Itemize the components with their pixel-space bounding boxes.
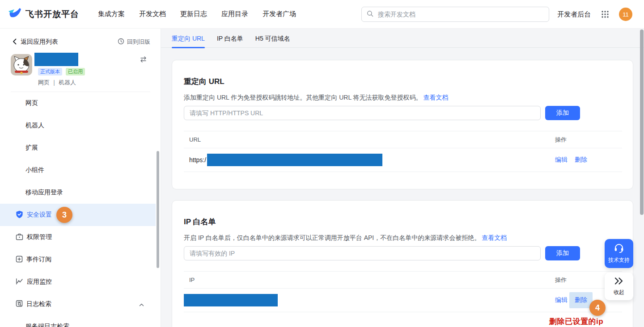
delete-ip-link[interactable]: 删除 (575, 296, 587, 303)
delete-ip-highlight: 删除 (569, 292, 593, 308)
sidebar-scrollbar[interactable] (157, 151, 159, 268)
redirect-add-button[interactable]: 添加 (545, 106, 580, 120)
tab-redirect-url[interactable]: 重定向 URL (172, 29, 205, 47)
ip-whitelist-card: IP 白名单 开启 IP 白名单后，仅白名单中的来源请求可以正常调用开放平台 A… (172, 200, 633, 327)
back-to-legacy[interactable]: 回到旧版 (118, 38, 150, 46)
redirect-doc-link[interactable]: 查看文档 (424, 94, 449, 101)
top-nav: 集成方案 开发文档 更新日志 应用目录 开发者广场 (98, 10, 296, 18)
redirect-url-input[interactable] (184, 106, 541, 120)
redirect-card-description: 添加重定向 URL 作为免登授权码跳转地址。其他重定向 URL 将无法获取免登授… (184, 94, 449, 102)
nav-item-docs[interactable]: 开发文档 (139, 10, 166, 18)
sidebar-item-permissions[interactable]: 权限管理 (0, 226, 156, 248)
app-icon (11, 54, 32, 75)
tab-bar: 重定向 URL IP 白名单 H5 可信域名 (161, 29, 644, 48)
brand[interactable]: 飞书开放平台 (8, 7, 79, 21)
sidebar-item-widget[interactable]: 小组件 (0, 159, 156, 181)
sidebar-item-app-monitoring[interactable]: 应用监控 (0, 271, 156, 293)
action-column-header: 操作 (555, 136, 622, 144)
nav-item-changelog[interactable]: 更新日志 (180, 10, 207, 18)
delete-url-link[interactable]: 删除 (575, 156, 587, 164)
annotation-step-3: 3 (56, 207, 72, 223)
redirect-card-title: 重定向 URL (184, 76, 225, 87)
chevron-left-icon (13, 38, 17, 46)
sidebar-item-mobile-login[interactable]: 移动应用登录 (0, 181, 156, 204)
sidebar-item-webapp[interactable]: 网页 (0, 92, 156, 114)
ip-column-header: IP (184, 277, 555, 283)
sidebar-menu: 网页 机器人 扩展 小组件 移动应用登录 安全设置 (0, 92, 156, 327)
brand-title: 飞书开放平台 (25, 8, 79, 20)
swap-arrows-icon[interactable] (140, 56, 147, 64)
ip-redaction (184, 294, 278, 306)
version-badge: 正式版本 (38, 68, 62, 75)
table-row: 编辑 删除 (184, 289, 622, 312)
tab-ip-whitelist[interactable]: IP 白名单 (217, 29, 243, 47)
ip-card-description: 开启 IP 白名单后，仅白名单中的来源请求可以正常调用开放平台 API，不在白名… (184, 234, 507, 242)
url-redaction (207, 154, 382, 166)
annotation-step-4: 4 (589, 300, 606, 316)
back-to-app-list[interactable]: 返回应用列表 (13, 38, 58, 46)
app-name-redaction (34, 53, 78, 66)
event-subscribe-icon (16, 256, 23, 264)
app-summary-card: 正式版本 已启用 网页 ｜ 机器人 (0, 51, 161, 92)
sidebar-item-event-subscription[interactable]: 事件订阅 (0, 248, 156, 271)
sidebar-item-server-log-search[interactable]: 服务端日志检索 (0, 315, 156, 327)
status-badge: 已启用 (66, 68, 85, 75)
sidebar-item-log-search[interactable]: 日志检索 (0, 293, 156, 315)
sidebar: 返回应用列表 回到旧版 (0, 29, 161, 327)
ip-input[interactable] (184, 246, 541, 260)
ip-card-title: IP 白名单 (184, 217, 216, 227)
sidebar-item-bot[interactable]: 机器人 (0, 114, 156, 137)
sidebar-item-security-settings[interactable]: 安全设置 (0, 204, 156, 226)
app-capabilities: 网页 ｜ 机器人 (38, 79, 76, 87)
tech-support-button[interactable]: 技术支持 (605, 239, 633, 268)
url-prefix: https:/ (189, 156, 206, 164)
ip-add-button[interactable]: 添加 (545, 246, 580, 260)
monitor-chart-icon (16, 278, 23, 286)
apps-grid-icon[interactable] (601, 10, 609, 18)
search-icon (367, 10, 373, 18)
redirect-url-table: URL 操作 https:/ 编辑 删除 (184, 131, 622, 172)
shield-check-icon (16, 210, 23, 220)
feishu-logo-icon (8, 7, 21, 21)
history-clock-icon (118, 38, 124, 46)
nav-item-app-directory[interactable]: 应用目录 (221, 10, 248, 18)
developer-console-link[interactable]: 开发者后台 (557, 10, 591, 19)
url-column-header: URL (184, 136, 555, 143)
ip-table: IP 操作 编辑 删除 (184, 271, 622, 312)
redirect-url-card: 重定向 URL 添加重定向 URL 作为免登授权码跳转地址。其他重定向 URL … (172, 60, 633, 189)
table-header-row: URL 操作 (184, 131, 622, 148)
annotation-note: 删除已设置的ip (549, 316, 606, 327)
tab-h5-trusted-domain[interactable]: H5 可信域名 (255, 29, 290, 47)
avatar[interactable]: 11 (619, 8, 632, 21)
search-box[interactable] (361, 7, 549, 22)
collapse-button[interactable]: 收起 (605, 272, 633, 300)
search-input[interactable] (377, 10, 544, 18)
table-row: https:/ 编辑 删除 (184, 148, 622, 172)
ip-doc-link[interactable]: 查看文档 (482, 234, 507, 241)
table-header-row: IP 操作 (184, 271, 622, 289)
double-chevron-right-icon (614, 277, 624, 286)
page-scrollbar[interactable] (640, 29, 644, 215)
top-header: 飞书开放平台 集成方案 开发文档 更新日志 应用目录 开发者广场 开发者后台 1… (0, 0, 644, 29)
log-search-icon (16, 300, 23, 309)
nav-item-dev-plaza[interactable]: 开发者广场 (263, 10, 296, 18)
briefcase-icon (16, 233, 23, 242)
edit-url-link[interactable]: 编辑 (555, 156, 568, 164)
sidebar-item-extension[interactable]: 扩展 (0, 137, 156, 159)
chevron-up-icon[interactable] (139, 301, 144, 308)
headset-icon (614, 243, 624, 254)
nav-item-integrations[interactable]: 集成方案 (98, 10, 125, 18)
edit-ip-link[interactable]: 编辑 (555, 296, 568, 304)
main-content: 重定向 URL IP 白名单 H5 可信域名 重定向 URL 添加重定向 URL… (161, 29, 644, 327)
